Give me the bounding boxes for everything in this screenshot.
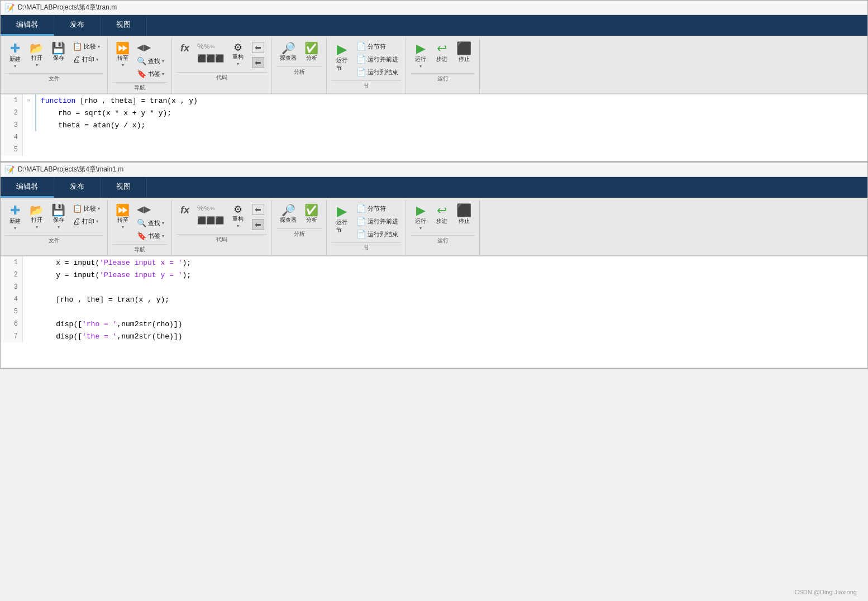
step-button-1[interactable]: ↩ 步进 [432,40,452,65]
run-group-label-2: 运行 [411,235,475,246]
find-button-1[interactable]: 🔍 查找 ▾ [134,55,167,67]
run-button-2[interactable]: ▶ 运行 ▾ [411,202,431,233]
collapse-1[interactable]: ⊟ [23,97,34,104]
code-line-2-1: 1 x = input('Please input x = '); [1,256,867,269]
analyze-button-1[interactable]: ✅ 分析 [301,40,322,64]
tab-editor-2[interactable]: 编辑器 [1,177,54,198]
line-num-2: 2 [1,107,23,119]
inspector-button-2[interactable]: 🔎 探查器 [276,202,300,226]
title-text-2: D:\MATLABProjects\第4章\main1.m [18,165,123,174]
nav-arrows-1: ◀ ▶ [134,40,167,54]
refactor-button-1[interactable]: ⚙ 重构 ▾ [228,40,248,69]
refactor-button-2[interactable]: ⚙ 重构 ▾ [228,202,248,231]
stop-button-1[interactable]: ⬛ 停止 [453,40,475,65]
ribbon-group-analysis-2: 🔎 探查器 ✅ 分析 分析 [272,200,327,255]
ribbon-group-analysis-1: 🔎 探查器 ✅ 分析 分析 [272,38,327,93]
ribbon-group-run-2: ▶ 运行 ▾ ↩ 步进 ⬛ 停止 运行 [406,200,480,255]
title-bar-1: 📝 D:\MATLABProjects\第4章\tran.m [1,1,867,15]
run-group-label-1: 运行 [411,73,475,84]
new-button-1[interactable]: ✚ 新建 ▾ [5,40,25,71]
percent-button-1[interactable]: % % % [194,40,227,52]
ribbon-buttons-section-1: ▶ 运行 节 📄 分节符 📄 运行并前进 📄 [331,39,401,79]
section-small-col-1: 📄 分节符 📄 运行并前进 📄 运行到结束 [354,40,401,78]
section-break-button-1[interactable]: 📄 分节符 [354,40,401,53]
run-advance-button-1[interactable]: 📄 运行并前进 [354,53,401,65]
ribbon-group-nav-2: ⏩ 转至 ▾ ◀ ▶ 🔍 查找 ▾ [108,200,172,255]
bookmark-button-2[interactable]: 🔖 书签 ▾ [134,230,167,242]
run-to-end-button-1[interactable]: 📄 运行到结束 [354,66,401,78]
tab-publish-1[interactable]: 发布 [54,15,101,36]
line-content-1: function [rho , theta] = tran(x , y) [36,97,867,105]
find-button-2[interactable]: 🔍 查找 ▾ [134,217,167,229]
ribbon-buttons-analysis-1: 🔎 探查器 ✅ 分析 [276,39,322,65]
open-button-2[interactable]: 📂 打开 ▾ [26,202,47,232]
run-advance-button-2[interactable]: 📄 运行并前进 [354,215,401,227]
print-button-1[interactable]: 🖨 打印 ▾ [70,53,103,65]
code-line-1-4: 4 [1,131,867,144]
ribbon-group-file-1: ✚ 新建 ▾ 📂 打开 ▾ 💾 保存 📋 [1,38,108,93]
line-num-2-5: 5 [1,306,23,318]
fx-button-1[interactable]: fx [177,40,193,56]
compare-button-1[interactable]: 📋 比较 ▾ [70,40,103,53]
code-small-col-1: % % % ⬛⬛⬛ [194,40,227,64]
ribbon-group-nav-1: ⏩ 转至 ▾ ◀ ▶ 🔍 查找 ▾ [108,38,172,93]
section-group-label-2: 节 [331,242,401,254]
code-line-1-1: 1 ⊟ function [rho , theta] = tran(x , y) [1,94,867,107]
code-line-2-2: 2 y = input('Please input y = '); [1,269,867,281]
new-button-2[interactable]: ✚ 新建 ▾ [5,202,25,233]
section-break-button-2[interactable]: 📄 分节符 [354,202,401,214]
run-to-end-button-2[interactable]: 📄 运行到结束 [354,228,401,240]
indent-up-1[interactable]: ⬅ [249,40,267,55]
ribbon-buttons-code-1: fx % % % ⬛⬛⬛ ⚙ 重构 [177,39,267,71]
file-icon-2: 📝 [5,165,15,174]
tab-view-1[interactable]: 视图 [101,15,147,36]
open-button-1[interactable]: 📂 打开 ▾ [26,40,47,70]
run-button-1[interactable]: ▶ 运行 ▾ [411,40,431,71]
indent-down-2[interactable]: ⬅ [249,217,267,232]
tab-editor-1[interactable]: 编辑器 [1,15,54,36]
save-button-1[interactable]: 💾 保存 [48,40,69,64]
save-button-2[interactable]: 💾 保存 ▾ [48,202,69,232]
compare-button-2[interactable]: 📋 比较 ▾ [70,202,103,214]
line-num-5: 5 [1,144,23,156]
tab-publish-2[interactable]: 发布 [54,177,101,198]
ribbon-2: ✚ 新建 ▾ 📂 打开 ▾ 💾 保存 ▾ [1,198,867,256]
code-group-label-2: 代码 [177,234,267,245]
analysis-group-label-2: 分析 [276,228,322,240]
run-section-button-1[interactable]: ▶ 运行 节 [331,40,352,74]
inspector-button-1[interactable]: 🔎 探查器 [276,40,300,64]
print-button-2[interactable]: 🖨 打印 ▾ [70,215,103,227]
code-indent-col-1: ⬅ ⬅ [249,40,267,70]
line-num-1: 1 [1,94,23,107]
line-content-2-6: disp(['rho = ',num2str(rho)]) [34,320,867,328]
ribbon-buttons-section-2: ▶ 运行 节 📄 分节符 📄 运行并前进 📄 [331,201,401,241]
indent-down-1[interactable]: ⬅ [249,55,267,70]
fx-button-2[interactable]: fx [177,202,193,218]
goto-button-2[interactable]: ⏩ 转至 ▾ [112,202,133,232]
step-button-2[interactable]: ↩ 步进 [432,202,452,227]
code-line-1-2: 2 rho = sqrt(x * x + y * y); [1,107,867,119]
file-small-btns-2: 📋 比较 ▾ 🖨 打印 ▾ [70,202,103,227]
code-line-2-6: 6 disp(['rho = ',num2str(rho)]) [1,318,867,330]
run-section-button-2[interactable]: ▶ 运行 节 [331,202,352,236]
code-area-2[interactable]: 1 x = input('Please input x = '); 2 y = … [1,256,867,368]
editor-window-1: 📝 D:\MATLABProjects\第4章\tran.m 编辑器 发布 视图… [0,0,868,162]
tab-view-2[interactable]: 视图 [101,177,147,198]
goto-button-1[interactable]: ⏩ 转至 ▾ [112,40,133,70]
percent-button-2[interactable]: % % % [194,202,227,214]
indent-up-2[interactable]: ⬅ [249,202,267,217]
ribbon-buttons-nav-2: ⏩ 转至 ▾ ◀ ▶ 🔍 查找 ▾ [112,201,167,243]
analyze-button-2[interactable]: ✅ 分析 [301,202,322,226]
code-area-1[interactable]: 1 ⊟ function [rho , theta] = tran(x , y)… [1,94,867,161]
section-small-col-2: 📄 分节符 📄 运行并前进 📄 运行到结束 [354,202,401,240]
bookmark-button-1[interactable]: 🔖 书签 ▾ [134,68,167,80]
nav-small-col-2: ◀ ▶ 🔍 查找 ▾ 🔖 书签 ▾ [134,202,167,242]
code-group-label-1: 代码 [177,72,267,83]
ribbon-buttons-file-2: ✚ 新建 ▾ 📂 打开 ▾ 💾 保存 ▾ [5,201,103,234]
code-line-1-3: 3 theta = atan(y / x); [1,119,867,131]
analysis-group-label-1: 分析 [276,66,322,78]
stop-button-2[interactable]: ⬛ 停止 [453,202,475,227]
nav-group-label-1: 导航 [112,82,167,93]
code-line-2-7: 7 disp(['the = ',num2str(the)]) [1,330,867,342]
line-num-2-7: 7 [1,330,23,342]
